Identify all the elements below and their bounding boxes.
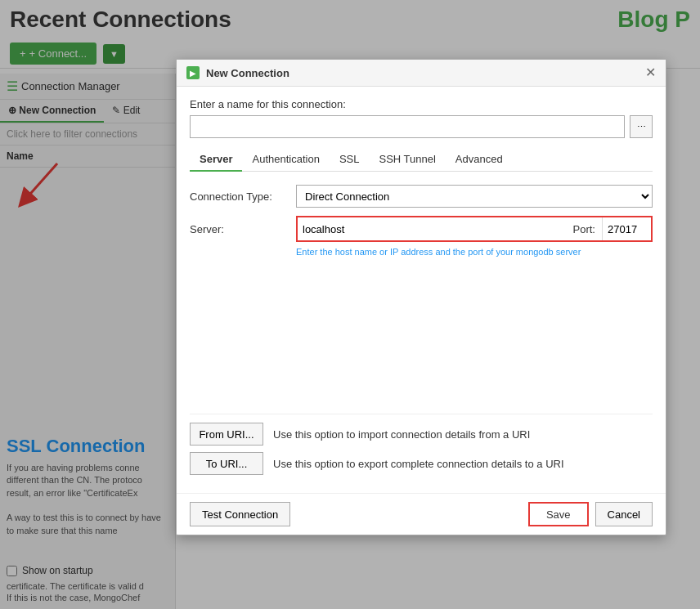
server-input-group: Port: <box>296 216 653 242</box>
to-uri-button[interactable]: To URI... <box>190 452 263 475</box>
cancel-label: Cancel <box>608 508 640 521</box>
from-uri-label: From URI... <box>199 428 254 441</box>
dialog-app-icon: ▶ <box>186 66 200 79</box>
dialog-titlebar: ▶ New Connection ✕ <box>177 60 666 87</box>
dots-icon: ⋯ <box>637 122 646 132</box>
tab-ssh-tunnel-label: SSH Tunnel <box>379 153 435 165</box>
dialog-close-button[interactable]: ✕ <box>645 66 656 79</box>
connection-name-input[interactable] <box>190 115 625 138</box>
dialog-icon-symbol: ▶ <box>190 69 196 78</box>
tab-server[interactable]: Server <box>190 148 242 172</box>
server-label: Server: <box>190 223 296 235</box>
close-icon: ✕ <box>645 65 656 79</box>
server-hint: Enter the host name or IP address and th… <box>296 247 653 257</box>
name-input-row: ⋯ <box>190 115 653 138</box>
dialog-spacer <box>190 266 653 414</box>
save-button[interactable]: Save <box>528 502 589 526</box>
tab-authentication[interactable]: Authentication <box>242 148 329 172</box>
tab-ssl[interactable]: SSL <box>330 148 370 172</box>
name-label: Enter a name for this connection: <box>190 98 653 110</box>
dialog-footer: Test Connection Save Cancel <box>177 493 666 535</box>
tab-advanced[interactable]: Advanced <box>446 148 513 172</box>
port-label: Port: <box>567 223 602 235</box>
tab-server-label: Server <box>200 153 232 165</box>
test-connection-label: Test Connection <box>202 508 278 521</box>
dialog-tabs: Server Authentication SSL SSH Tunnel Adv… <box>190 148 653 172</box>
tab-ssl-label: SSL <box>339 153 360 165</box>
connection-type-label: Connection Type: <box>190 190 296 203</box>
dialog-title-text: New Connection <box>206 67 289 79</box>
tab-advanced-label: Advanced <box>455 153 503 165</box>
dialog-body: Enter a name for this connection: ⋯ Serv… <box>177 87 666 493</box>
dialog-title-left: ▶ New Connection <box>186 66 289 79</box>
from-uri-row: From URI... Use this option to import co… <box>190 423 653 446</box>
tab-ssh-tunnel[interactable]: SSH Tunnel <box>369 148 445 172</box>
tab-authentication-label: Authentication <box>252 153 319 165</box>
footer-right: Save Cancel <box>528 502 653 526</box>
new-connection-dialog: ▶ New Connection ✕ Enter a name for this… <box>176 59 666 535</box>
cancel-button[interactable]: Cancel <box>595 502 653 526</box>
to-uri-desc: Use this option to export complete conne… <box>273 458 564 470</box>
save-label: Save <box>546 508 571 521</box>
modal-overlay: ▶ New Connection ✕ Enter a name for this… <box>0 0 700 609</box>
server-input[interactable] <box>298 217 567 240</box>
to-uri-label: To URI... <box>206 458 248 470</box>
server-row: Server: Port: <box>190 216 653 242</box>
from-uri-desc: Use this option to import connection det… <box>273 428 530 441</box>
port-input[interactable] <box>602 217 651 240</box>
test-connection-button[interactable]: Test Connection <box>190 502 290 526</box>
name-extra-button[interactable]: ⋯ <box>630 115 653 138</box>
connection-type-select[interactable]: Direct Connection <box>296 185 653 208</box>
connection-type-row: Connection Type: Direct Connection <box>190 185 653 208</box>
from-uri-button[interactable]: From URI... <box>190 423 263 446</box>
to-uri-row: To URI... Use this option to export comp… <box>190 452 653 475</box>
uri-section: From URI... Use this option to import co… <box>190 414 653 475</box>
